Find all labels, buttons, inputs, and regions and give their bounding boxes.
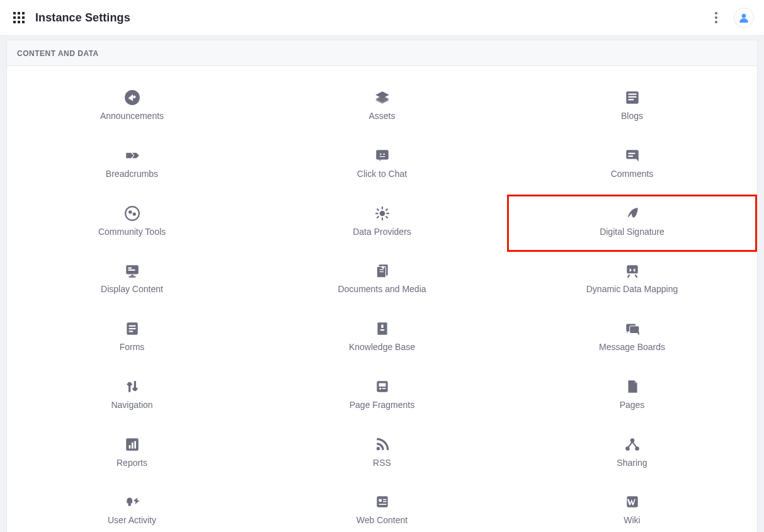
settings-item-label: Forms	[120, 342, 145, 352]
knowledge-base-icon	[374, 317, 391, 341]
settings-item-message-boards[interactable]: Message Boards	[507, 310, 757, 368]
svg-rect-5	[22, 16, 25, 19]
wiki-icon	[624, 490, 641, 514]
apps-menu-button[interactable]	[11, 10, 26, 25]
settings-item-label: Display Content	[101, 284, 163, 294]
settings-item-label: Sharing	[617, 458, 647, 468]
vertical-dots-icon	[715, 12, 717, 23]
settings-item-assets[interactable]: Assets	[257, 79, 507, 137]
settings-item-label: Wiki	[624, 515, 640, 525]
settings-item-documents-and-media[interactable]: Documents and Media	[257, 252, 507, 310]
svg-rect-4	[18, 16, 20, 19]
settings-item-label: Navigation	[111, 400, 152, 410]
navigation-icon	[124, 375, 140, 399]
settings-grid: AnnouncementsAssetsBlogsBreadcrumbsClick…	[7, 66, 757, 532]
settings-item-label: User Activity	[108, 515, 156, 525]
svg-point-9	[715, 12, 717, 14]
svg-rect-0	[13, 12, 16, 14]
panel-heading: CONTENT AND DATA	[7, 40, 757, 66]
topbar: Instance Settings	[0, 0, 764, 36]
digital-signature-icon	[624, 201, 641, 225]
announcements-icon	[124, 86, 140, 110]
settings-item-dynamic-data-mapping[interactable]: Dynamic Data Mapping	[507, 252, 757, 310]
settings-item-blogs[interactable]: Blogs	[507, 79, 757, 137]
svg-point-12	[742, 14, 746, 18]
svg-rect-6	[13, 21, 16, 23]
breadcrumbs-icon	[124, 144, 140, 167]
pages-icon	[624, 375, 641, 399]
click-to-chat-icon	[374, 144, 391, 167]
content-and-data-panel: CONTENT AND DATA AnnouncementsAssetsBlog…	[6, 40, 758, 532]
display-content-icon	[124, 259, 140, 283]
settings-item-label: Knowledge Base	[349, 342, 415, 352]
settings-item-label: Click to Chat	[357, 169, 407, 179]
svg-rect-7	[18, 21, 20, 23]
svg-point-10	[715, 16, 717, 19]
settings-item-click-to-chat[interactable]: Click to Chat	[257, 137, 507, 195]
page-fragments-icon	[374, 375, 391, 399]
settings-item-sharing[interactable]: Sharing	[507, 426, 757, 484]
settings-item-label: Reports	[117, 458, 147, 468]
settings-item-user-activity[interactable]: User Activity	[7, 483, 257, 532]
settings-item-label: Dynamic Data Mapping	[586, 284, 678, 294]
settings-item-announcements[interactable]: Announcements	[7, 79, 257, 137]
settings-item-display-content[interactable]: Display Content	[7, 252, 257, 310]
rss-icon	[374, 433, 391, 456]
settings-item-pages[interactable]: Pages	[507, 368, 757, 426]
settings-item-page-fragments[interactable]: Page Fragments	[257, 368, 507, 426]
user-icon	[739, 13, 749, 23]
settings-item-reports[interactable]: Reports	[7, 426, 257, 484]
dynamic-data-mapping-icon	[624, 259, 641, 283]
settings-item-label: Documents and Media	[338, 284, 426, 294]
sharing-icon	[624, 433, 641, 456]
settings-item-label: Breadcrumbs	[106, 169, 158, 179]
svg-rect-2	[22, 12, 25, 14]
forms-icon	[124, 317, 140, 341]
reports-icon	[124, 433, 140, 456]
community-tools-icon	[124, 201, 140, 225]
data-providers-icon	[374, 201, 391, 225]
user-avatar-button[interactable]	[734, 8, 754, 28]
comments-icon	[624, 144, 641, 167]
settings-item-navigation[interactable]: Navigation	[7, 368, 257, 426]
settings-item-label: Page Fragments	[350, 400, 415, 410]
settings-item-label: RSS	[373, 458, 391, 468]
settings-item-label: Blogs	[621, 111, 643, 121]
message-boards-icon	[624, 317, 641, 341]
svg-rect-1	[18, 12, 20, 14]
settings-item-label: Pages	[620, 400, 645, 410]
settings-item-label: Community Tools	[98, 227, 166, 237]
web-content-icon	[374, 490, 391, 514]
settings-item-wiki[interactable]: Wiki	[507, 483, 757, 532]
settings-item-knowledge-base[interactable]: Knowledge Base	[257, 310, 507, 368]
svg-rect-8	[22, 21, 25, 23]
settings-item-label: Announcements	[100, 111, 164, 121]
page-title: Instance Settings	[35, 11, 130, 25]
documents-media-icon	[374, 259, 391, 283]
settings-item-breadcrumbs[interactable]: Breadcrumbs	[7, 137, 257, 195]
grid-icon	[13, 12, 25, 23]
assets-icon	[374, 86, 391, 110]
settings-item-label: Message Boards	[599, 342, 665, 352]
settings-item-rss[interactable]: RSS	[257, 426, 507, 484]
content: CONTENT AND DATA AnnouncementsAssetsBlog…	[0, 36, 764, 532]
user-activity-icon	[124, 490, 140, 514]
settings-item-community-tools[interactable]: Community Tools	[7, 195, 257, 252]
settings-item-forms[interactable]: Forms	[7, 310, 257, 368]
settings-item-web-content[interactable]: Web Content	[257, 483, 507, 532]
settings-item-label: Comments	[611, 169, 654, 179]
settings-item-label: Data Providers	[353, 227, 411, 237]
settings-item-comments[interactable]: Comments	[507, 137, 757, 195]
more-actions-button[interactable]	[707, 9, 725, 26]
settings-item-label: Digital Signature	[600, 227, 664, 237]
settings-item-label: Web Content	[356, 515, 408, 525]
settings-item-label: Assets	[368, 111, 395, 121]
blogs-icon	[624, 86, 641, 110]
svg-rect-3	[13, 16, 16, 19]
settings-item-data-providers[interactable]: Data Providers	[257, 195, 507, 252]
svg-point-11	[715, 21, 717, 23]
settings-item-digital-signature[interactable]: Digital Signature	[507, 195, 757, 252]
